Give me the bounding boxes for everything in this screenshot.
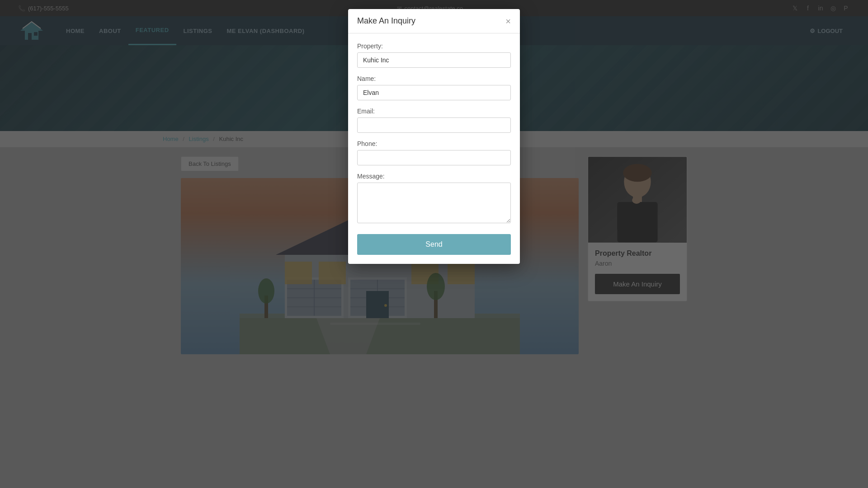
phone-input[interactable] (357, 150, 511, 165)
modal-close-button[interactable]: × (505, 17, 511, 26)
modal-body: Property: Name: Email: Phone: Message: (348, 33, 520, 264)
email-input[interactable] (357, 117, 511, 133)
modal-overlay: Make An Inquiry × Property: Name: Email:… (0, 0, 868, 488)
inquiry-modal: Make An Inquiry × Property: Name: Email:… (348, 9, 520, 264)
message-label: Message: (357, 173, 511, 180)
modal-header: Make An Inquiry × (348, 9, 520, 33)
property-label: Property: (357, 42, 511, 50)
phone-field-group: Phone: (357, 140, 511, 165)
message-input[interactable] (357, 183, 511, 223)
modal-title: Make An Inquiry (357, 16, 415, 26)
name-field-group: Name: (357, 75, 511, 100)
email-label: Email: (357, 108, 511, 115)
property-field-group: Property: (357, 42, 511, 68)
message-field-group: Message: (357, 173, 511, 225)
name-label: Name: (357, 75, 511, 82)
send-button[interactable]: Send (357, 234, 511, 255)
email-field-group: Email: (357, 108, 511, 133)
name-input[interactable] (357, 85, 511, 100)
property-input[interactable] (357, 52, 511, 68)
phone-label: Phone: (357, 140, 511, 147)
